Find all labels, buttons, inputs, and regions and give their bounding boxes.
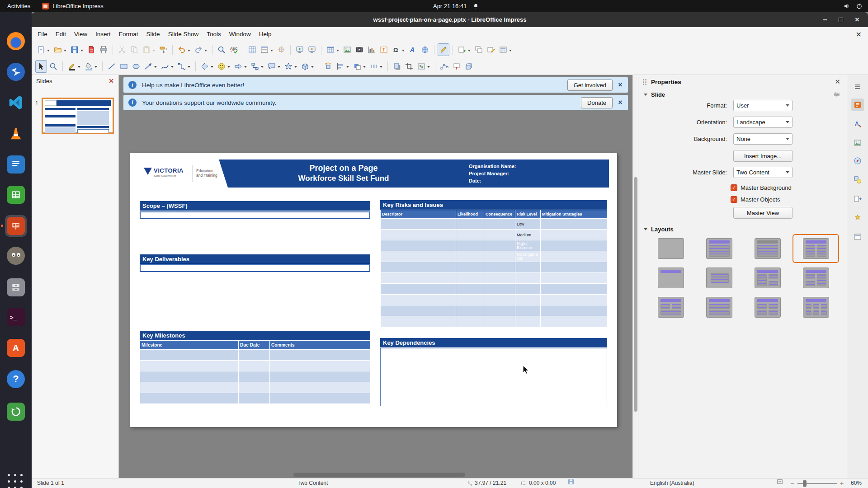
image-filter-button[interactable] [415,60,432,73]
dependencies-text-box[interactable] [380,348,607,406]
insert-text-box-button[interactable]: T [378,43,390,56]
clone-formatting-button[interactable] [157,43,169,56]
save-button[interactable] [69,43,85,56]
risk-level-medium-cell[interactable]: Medium [515,230,541,240]
cell[interactable] [456,262,484,273]
master-background-checkbox-row[interactable]: Master Background [731,183,792,192]
dock-firefox-icon[interactable] [5,30,27,52]
insert-line-button[interactable] [106,60,118,73]
master-slide-status[interactable]: Two Content [297,479,328,488]
cell[interactable] [484,262,515,273]
insert-media-button[interactable] [354,43,365,56]
cell[interactable] [456,219,484,230]
window-titlebar[interactable]: wssf-project-plan-on-a-page.pptx - Libre… [32,12,868,27]
focused-app-indicator[interactable]: LibreOffice Impress [42,3,103,9]
table-row[interactable] [381,262,608,273]
layout-option-blank[interactable] [647,234,694,263]
minimize-button[interactable] [821,16,828,23]
align-button[interactable] [335,60,351,73]
tab-styles[interactable]: A [851,117,864,130]
spelling-button[interactable]: ABC [228,43,240,56]
cell[interactable] [484,284,515,295]
cell[interactable] [515,284,541,295]
get-involved-button[interactable]: Get involved [567,80,613,91]
horizontal-scrollbar[interactable] [293,473,465,477]
cell[interactable] [381,284,456,295]
display-grid-button[interactable] [246,43,258,56]
flowchart-button[interactable] [249,60,265,73]
milestones-section-header[interactable]: Key Milestones [140,331,370,340]
cell[interactable] [239,350,270,361]
crop-button[interactable] [403,60,415,73]
slide-section-header[interactable]: Slide [638,89,847,100]
cell[interactable] [381,273,456,284]
cell[interactable] [456,240,484,251]
hyperlink-button[interactable] [419,43,431,56]
cell[interactable] [484,251,515,262]
deliverables-text-box[interactable] [140,264,370,272]
table-row[interactable]: No longer a risk [381,251,608,262]
dependencies-section-header[interactable]: Key Dependencies [380,338,607,347]
cell[interactable] [239,382,270,393]
dock-files-icon[interactable] [5,277,27,298]
cell[interactable] [270,361,371,371]
zoom-level[interactable]: 60% [851,479,862,488]
menu-window[interactable]: Window [225,27,255,42]
tab-gallery[interactable] [851,136,864,149]
menu-view[interactable]: View [70,27,91,42]
layout-option-centered-text[interactable] [696,263,742,292]
cell[interactable] [484,230,515,240]
layout-option-two-content[interactable] [793,234,839,263]
orientation-dropdown[interactable]: Landscape [733,117,793,128]
3d-objects-button[interactable] [299,60,316,73]
infobar-close-icon[interactable]: × [613,99,628,107]
cell[interactable] [140,371,239,382]
start-from-current-slide-button[interactable] [306,43,318,56]
rectangle-button[interactable] [118,60,130,73]
maximize-button[interactable] [837,16,844,23]
lines-arrows-button[interactable] [142,60,159,73]
stars-button[interactable] [283,60,299,73]
cell[interactable] [456,284,484,295]
cell[interactable] [484,305,515,316]
paste-button[interactable] [141,43,157,56]
distribute-button[interactable] [368,60,384,73]
insert-table-button[interactable] [325,43,341,56]
cell[interactable] [515,305,541,316]
table-row[interactable]: Medium [381,230,608,240]
close-button[interactable]: ✕ [854,16,861,23]
slide-thumbnail[interactable] [42,98,114,134]
layout-option-six-content[interactable] [793,293,839,322]
menu-help[interactable]: Help [255,27,276,42]
document-modified-status[interactable] [568,479,574,485]
table-row[interactable] [140,361,371,371]
cut-button[interactable] [116,43,128,56]
cell[interactable] [484,295,515,305]
start-from-first-slide-button[interactable] [294,43,306,56]
donate-button[interactable]: Donate [581,97,613,108]
table-row[interactable] [140,393,371,404]
power-icon[interactable] [856,3,863,9]
dock-libreoffice-calc-icon[interactable] [5,184,27,206]
slide-canvas[interactable]: VICTORIA State Government Education and … [130,153,617,427]
symbol-shapes-button[interactable] [216,60,232,73]
table-row[interactable] [381,284,608,295]
menu-tools[interactable]: Tools [203,27,225,42]
dock-backups-icon[interactable] [5,401,27,422]
scope-text-box[interactable] [140,211,370,219]
snap-guides-button[interactable] [275,43,287,56]
infobar-close-icon[interactable]: × [613,81,628,89]
cell[interactable] [484,316,515,327]
cell[interactable] [541,305,608,316]
undo-button[interactable] [176,43,192,56]
edit-points-button[interactable] [439,60,450,73]
close-document-icon[interactable]: ✕ [856,30,862,39]
layout-option-2content-content[interactable] [793,263,839,292]
dock-ubuntu-software-icon[interactable]: A [5,337,27,359]
layout-option-2content-over-content[interactable] [647,293,694,322]
layout-option-four-content[interactable] [744,293,791,322]
cell[interactable] [541,316,608,327]
master-slide-dropdown[interactable]: Two Content [733,167,793,178]
tab-animation[interactable] [851,211,864,224]
dock-vlc-icon[interactable] [5,122,27,144]
